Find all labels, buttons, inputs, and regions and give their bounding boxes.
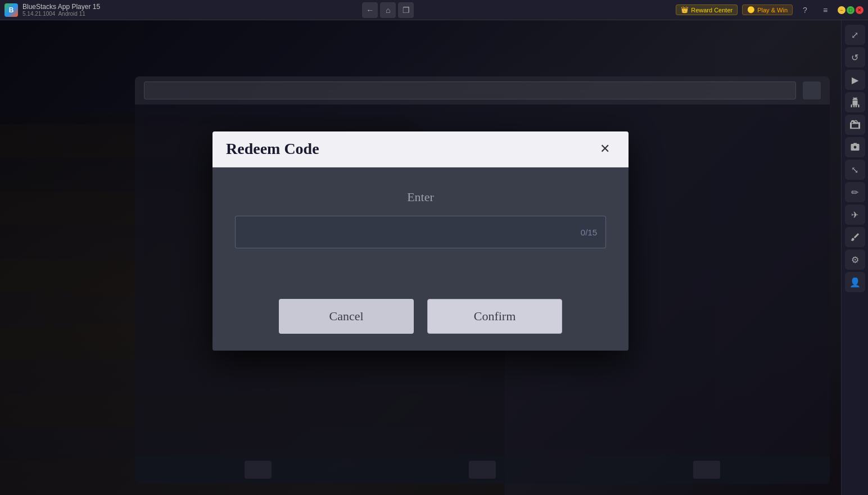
enter-label: Enter (407, 190, 434, 205)
modal-title: Redeem Code (226, 140, 319, 158)
right-sidebar: ⤢ ↺ ▶ ⤡ ✏ ✈ ⚙ 👤 (841, 20, 868, 495)
modal-body: Enter 0/15 (213, 167, 629, 299)
modal-footer: Cancel Confirm (213, 299, 629, 351)
close-button[interactable]: ✕ (856, 6, 864, 14)
code-input-container: 0/15 (235, 216, 606, 248)
nav-back-button[interactable]: ← (362, 2, 378, 18)
sidebar-expand-icon[interactable]: ⤢ (845, 25, 865, 45)
app-name: BlueStacks App Player 15 (22, 3, 100, 11)
window-controls: − □ ✕ (838, 6, 864, 14)
reward-center-button[interactable]: 👑 Reward Center (676, 4, 738, 15)
sidebar-user-icon[interactable]: 👤 (845, 272, 865, 292)
help-button[interactable]: ? (797, 2, 813, 18)
sidebar-android-icon[interactable] (845, 92, 865, 112)
maximize-button[interactable]: □ (847, 6, 855, 14)
confirm-button[interactable]: Confirm (427, 299, 562, 334)
code-input[interactable] (235, 216, 606, 248)
sidebar-apk-icon[interactable] (845, 115, 865, 135)
main-content: Redeem Code ✕ Enter 0/15 Cancel Confirm (0, 20, 841, 495)
app-info: BlueStacks App Player 15 5.14.21.1004 An… (22, 3, 100, 17)
play-win-button[interactable]: 🟡 Play & Win (742, 4, 793, 15)
sidebar-brush-icon[interactable] (845, 227, 865, 247)
minimize-button[interactable]: − (838, 6, 846, 14)
cancel-button[interactable]: Cancel (279, 299, 414, 334)
app-logo: B (4, 3, 18, 17)
modal-overlay: Redeem Code ✕ Enter 0/15 Cancel Confirm (0, 20, 841, 495)
footer-buttons: Cancel Confirm (235, 299, 606, 334)
sidebar-edit-icon[interactable]: ✏ (845, 182, 865, 202)
title-bar-left: B BlueStacks App Player 15 5.14.21.1004 … (4, 3, 100, 17)
modal-close-button[interactable]: ✕ (595, 139, 615, 159)
redeem-code-dialog: Redeem Code ✕ Enter 0/15 Cancel Confirm (213, 131, 629, 351)
crown-icon: 👑 (681, 6, 689, 13)
sidebar-settings-icon[interactable]: ⚙ (845, 249, 865, 270)
modal-header: Redeem Code ✕ (213, 131, 629, 167)
sidebar-flight-icon[interactable]: ✈ (845, 205, 865, 225)
sidebar-resize-icon[interactable]: ⤡ (845, 160, 865, 180)
title-bar-nav: ← ⌂ ❐ (362, 2, 414, 18)
title-bar: B BlueStacks App Player 15 5.14.21.1004 … (0, 0, 868, 20)
title-bar-right: 👑 Reward Center 🟡 Play & Win ? ≡ − □ ✕ (676, 2, 864, 18)
sidebar-camera-icon[interactable] (845, 137, 865, 157)
sidebar-play-icon[interactable]: ▶ (845, 70, 865, 90)
app-version: 5.14.21.1004 Android 11 (22, 11, 100, 17)
sidebar-refresh-icon[interactable]: ↺ (845, 47, 865, 67)
menu-button[interactable]: ≡ (817, 2, 833, 18)
nav-home-button[interactable]: ⌂ (380, 2, 396, 18)
nav-copy-button[interactable]: ❐ (398, 2, 414, 18)
coin-icon: 🟡 (747, 6, 755, 13)
